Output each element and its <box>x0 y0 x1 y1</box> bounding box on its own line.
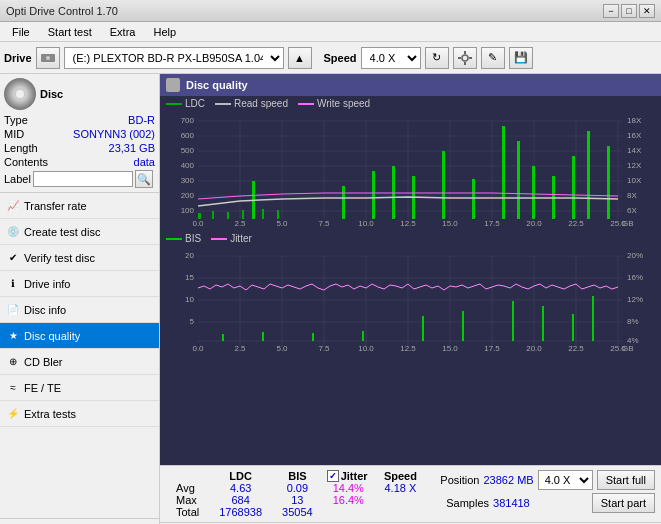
refresh-icon[interactable]: ↻ <box>425 47 449 69</box>
svg-rect-6 <box>469 57 472 59</box>
disc-quality-icon: ★ <box>6 329 20 343</box>
sidebar-item-label: Disc info <box>24 304 66 316</box>
toolbar: Drive (E:) PLEXTOR BD-R PX-LB950SA 1.04 … <box>0 42 661 74</box>
sidebar-item-fe-te[interactable]: ≈ FE / TE <box>0 375 159 401</box>
disc-length-value: 23,31 GB <box>109 142 155 154</box>
total-jitter <box>323 506 374 518</box>
eject-icon[interactable]: ▲ <box>288 47 312 69</box>
svg-text:300: 300 <box>181 176 195 185</box>
disc-quality-title: Disc quality <box>186 79 248 91</box>
start-part-button[interactable]: Start part <box>592 493 655 513</box>
bottom-chart-legend: BIS Jitter <box>160 231 661 246</box>
svg-rect-108 <box>222 334 224 341</box>
svg-rect-59 <box>372 171 375 219</box>
create-disc-icon: 💿 <box>6 225 20 239</box>
disc-quality-header: Disc quality <box>160 74 661 96</box>
total-ldc: 1768938 <box>209 506 272 518</box>
bis-color <box>166 238 182 240</box>
nav-section: 📈 Transfer rate 💿 Create test disc ✔ Ver… <box>0 193 159 518</box>
menu-help[interactable]: Help <box>145 24 184 40</box>
svg-text:8X: 8X <box>627 191 637 200</box>
save-icon[interactable]: 💾 <box>509 47 533 69</box>
title-bar: Opti Drive Control 1.70 − □ ✕ <box>0 0 661 22</box>
sidebar-item-label: Disc quality <box>24 330 80 342</box>
svg-text:6X: 6X <box>627 206 637 215</box>
legend-jitter: Jitter <box>211 233 252 244</box>
edit-icon[interactable]: ✎ <box>481 47 505 69</box>
svg-rect-113 <box>462 311 464 341</box>
svg-text:12.5: 12.5 <box>400 219 416 228</box>
disc-type-row: Type BD-R <box>4 114 155 126</box>
legend-ldc-label: LDC <box>185 98 205 109</box>
disc-label-label: Label <box>4 173 31 185</box>
max-bis: 13 <box>272 494 323 506</box>
speed-select-stats[interactable]: 4.0 X <box>538 470 593 490</box>
verify-disc-icon: ✔ <box>6 251 20 265</box>
settings-icon[interactable] <box>453 47 477 69</box>
sidebar-item-drive-info[interactable]: ℹ Drive info <box>0 271 159 297</box>
col-header-ldc: LDC <box>209 470 272 482</box>
drive-select[interactable]: (E:) PLEXTOR BD-R PX-LB950SA 1.04 <box>64 47 284 69</box>
sidebar-item-disc-quality[interactable]: ★ Disc quality <box>0 323 159 349</box>
stats-table: LDC BIS ✓ Jitter Speed <box>166 470 427 518</box>
sidebar-item-label: Create test disc <box>24 226 100 238</box>
avg-bis: 0.09 <box>272 482 323 494</box>
sidebar-item-label: Transfer rate <box>24 200 87 212</box>
disc-contents-label: Contents <box>4 156 48 168</box>
speed-select[interactable]: 4.0 X <box>361 47 421 69</box>
cd-bler-icon: ⊕ <box>6 355 20 369</box>
disc-label-input[interactable] <box>33 171 133 187</box>
drive-icon <box>36 47 60 69</box>
svg-rect-111 <box>362 331 364 341</box>
menu-extra[interactable]: Extra <box>102 24 144 40</box>
menu-start-test[interactable]: Start test <box>40 24 100 40</box>
svg-rect-54 <box>242 210 244 219</box>
disc-type-value: BD-R <box>128 114 155 126</box>
svg-text:5: 5 <box>190 317 195 326</box>
minimize-button[interactable]: − <box>603 4 619 18</box>
disc-label-row: Label 🔍 <box>4 170 155 188</box>
legend-read-speed-label: Read speed <box>234 98 288 109</box>
sidebar-item-label: Extra tests <box>24 408 76 420</box>
svg-text:17.5: 17.5 <box>484 219 500 228</box>
disc-label-button[interactable]: 🔍 <box>135 170 153 188</box>
jitter-label: Jitter <box>341 470 368 482</box>
svg-rect-55 <box>262 209 264 219</box>
samples-value: 381418 <box>493 497 530 509</box>
svg-text:8%: 8% <box>627 317 639 326</box>
svg-text:GB: GB <box>622 344 634 353</box>
sidebar-item-create-test-disc[interactable]: 💿 Create test disc <box>0 219 159 245</box>
sidebar-item-extra-tests[interactable]: ⚡ Extra tests <box>0 401 159 427</box>
svg-text:12.5: 12.5 <box>400 344 416 353</box>
svg-text:0.0: 0.0 <box>192 219 204 228</box>
sidebar-item-transfer-rate[interactable]: 📈 Transfer rate <box>0 193 159 219</box>
svg-text:14X: 14X <box>627 146 642 155</box>
close-button[interactable]: ✕ <box>639 4 655 18</box>
svg-text:20: 20 <box>185 251 194 260</box>
svg-text:200: 200 <box>181 191 195 200</box>
sidebar-item-label: Drive info <box>24 278 70 290</box>
svg-rect-68 <box>572 156 575 219</box>
svg-rect-53 <box>227 212 229 219</box>
bottom-chart-wrapper: 20 15 10 5 20% 16% 12% 8% 4% 0.0 2.5 5.0… <box>160 246 661 354</box>
max-label: Max <box>166 494 209 506</box>
avg-jitter: 14.4% <box>323 482 374 494</box>
start-full-button[interactable]: Start full <box>597 470 655 490</box>
extra-tests-icon: ⚡ <box>6 407 20 421</box>
svg-rect-70 <box>607 146 610 219</box>
menu-file[interactable]: File <box>4 24 38 40</box>
top-chart: 700 600 500 400 300 200 100 18X 16X 14X … <box>162 111 659 229</box>
svg-rect-62 <box>442 151 445 219</box>
status-window[interactable]: Status window >> <box>0 518 159 524</box>
svg-text:15.0: 15.0 <box>442 219 458 228</box>
sidebar-item-cd-bler[interactable]: ⊕ CD Bler <box>0 349 159 375</box>
samples-label: Samples <box>446 497 489 509</box>
speed-label: Speed <box>324 52 357 64</box>
sidebar-item-verify-test-disc[interactable]: ✔ Verify test disc <box>0 245 159 271</box>
col-header-speed: Speed <box>374 470 427 482</box>
bottom-chart: 20 15 10 5 20% 16% 12% 8% 4% 0.0 2.5 5.0… <box>162 246 659 354</box>
maximize-button[interactable]: □ <box>621 4 637 18</box>
jitter-checkbox[interactable]: ✓ <box>327 470 339 482</box>
sidebar-item-disc-info[interactable]: 📄 Disc info <box>0 297 159 323</box>
disc-contents-row: Contents data <box>4 156 155 168</box>
